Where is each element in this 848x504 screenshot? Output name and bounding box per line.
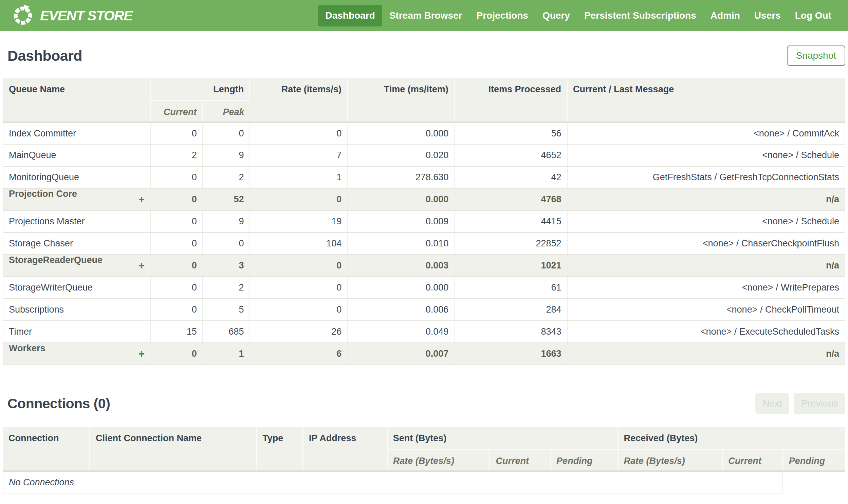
cell-current: 0 (150, 188, 203, 211)
column-header-sent-rate: Rate (Bytes/s) (387, 449, 490, 471)
column-header-length-current: Current (150, 100, 203, 122)
cell-message: <none> / WritePrepares (567, 276, 845, 299)
cell-current: 0 (150, 343, 203, 365)
cell-message: <none> / ExecuteScheduledTasks (567, 321, 845, 343)
column-header-length-peak: Peak (203, 100, 250, 122)
queue-name: MainQueue (9, 150, 56, 160)
cell-rate: 7 (250, 144, 348, 166)
queue-name-cell: Projections Master (3, 211, 150, 233)
queue-name-cell: MonitoringQueue (3, 166, 150, 188)
cell-time: 0.009 (347, 211, 454, 233)
cell-current: 0 (150, 122, 203, 144)
queue-table-header: Queue Name Length Rate (items/s) Time (m… (3, 78, 845, 122)
cell-current: 0 (150, 166, 203, 188)
connections-pager: Next Previous (755, 393, 845, 414)
cell-time: 0.003 (347, 254, 454, 276)
queue-row-mainqueue: MainQueue2970.0204652<none> / Schedule (3, 144, 845, 166)
nav-item-query[interactable]: Query (535, 5, 577, 26)
expand-row-button[interactable]: + (139, 255, 145, 276)
previous-button[interactable]: Previous (794, 393, 845, 414)
cell-message: n/a (567, 254, 845, 276)
cell-rate: 104 (250, 233, 348, 254)
page-header: Dashboard Snapshot (3, 46, 845, 66)
connections-title: Connections (0) (7, 396, 110, 412)
next-button[interactable]: Next (755, 393, 789, 414)
snapshot-button[interactable]: Snapshot (787, 46, 845, 66)
column-header-time: Time (ms/item) (347, 78, 454, 122)
column-header-ip-address: IP Address (303, 427, 387, 471)
column-header-sent-pending: Pending (551, 449, 618, 471)
nav-menu: DashboardStream BrowserProjectionsQueryP… (318, 5, 838, 26)
queue-name: StorageWriterQueue (9, 282, 93, 292)
cell-peak: 9 (203, 144, 250, 166)
nav-item-stream-browser[interactable]: Stream Browser (382, 5, 469, 26)
column-header-client-connection-name: Client Connection Name (90, 427, 257, 471)
brand-name: EVENT STORE (40, 8, 132, 24)
cell-rate: 1 (250, 166, 348, 188)
column-header-received-current: Current (722, 449, 783, 471)
cell-current: 0 (150, 233, 203, 254)
queue-name: Storage Chaser (9, 238, 73, 249)
expand-row-button[interactable]: + (139, 343, 145, 364)
cell-time: 0.000 (347, 188, 454, 211)
column-header-received-pending: Pending (783, 449, 845, 471)
queue-name-cell: StorageReaderQueue+ (3, 254, 150, 276)
page-title: Dashboard (7, 48, 82, 64)
cell-time: 0.000 (347, 276, 454, 299)
queue-name-cell: Index Committer (3, 122, 150, 144)
queue-name-cell: StorageWriterQueue (3, 276, 150, 299)
no-connections-message: No Connections (3, 471, 783, 493)
cell-message: <none> / CheckPollTimeout (567, 299, 845, 321)
cell-items: 284 (454, 299, 567, 321)
cell-current: 0 (150, 254, 203, 276)
column-header-items-processed: Items Processed (454, 78, 567, 122)
queue-name-cell: Storage Chaser (3, 233, 150, 254)
queue-name-cell: Workers+ (3, 343, 150, 365)
event-store-logo-icon (12, 4, 34, 27)
cell-peak: 0 (203, 122, 250, 144)
expand-row-button[interactable]: + (139, 189, 145, 210)
queue-row-storage-chaser: Storage Chaser001040.01022852<none> / Ch… (3, 233, 845, 254)
queue-name: Timer (9, 326, 32, 337)
cell-peak: 2 (203, 276, 250, 299)
connections-header: Connections (0) Next Previous (3, 393, 845, 414)
column-header-rate: Rate (items/s) (250, 78, 348, 122)
queue-name: Workers (9, 343, 46, 353)
queue-name-cell: Subscriptions (3, 299, 150, 321)
cell-items: 22852 (454, 233, 567, 254)
cell-peak: 9 (203, 211, 250, 233)
nav-item-dashboard[interactable]: Dashboard (318, 5, 382, 26)
queue-row-workers: Workers+0160.0071663n/a (3, 343, 845, 365)
cell-items: 61 (454, 276, 567, 299)
cell-peak: 5 (203, 299, 250, 321)
cell-rate: 0 (250, 254, 348, 276)
cell-time: 0.010 (347, 233, 454, 254)
connections-table-header: Connection Client Connection Name Type I… (3, 427, 845, 471)
cell-items: 42 (454, 166, 567, 188)
top-nav: EVENT STORE . DashboardStream BrowserPro… (0, 0, 848, 31)
cell-time: 278.630 (347, 166, 454, 188)
cell-current: 0 (150, 276, 203, 299)
connections-table-body: No Connections (3, 471, 845, 493)
cell-message: GetFreshStats / GetFreshTcpConnectionSta… (567, 166, 845, 188)
no-connections-row: No Connections (3, 471, 845, 493)
queue-row-storagereaderqueue: StorageReaderQueue+0300.0031021n/a (3, 254, 845, 276)
column-header-sent-bytes: Sent (Bytes) (387, 427, 618, 449)
nav-item-users[interactable]: Users (747, 5, 788, 26)
nav-item-projections[interactable]: Projections (469, 5, 535, 26)
cell-peak: 685 (203, 321, 250, 343)
queue-name: StorageReaderQueue (9, 255, 103, 265)
main-content: Dashboard Snapshot Queue Name Length Rat… (0, 46, 848, 493)
nav-item-persistent-subscriptions[interactable]: Persistent Subscriptions (577, 5, 703, 26)
nav-item-log-out[interactable]: Log Out (788, 5, 838, 26)
cell-current: 0 (150, 211, 203, 233)
queue-name-cell: Timer (3, 321, 150, 343)
registered-mark-icon: . (135, 18, 137, 23)
queue-name: MonitoringQueue (9, 172, 79, 182)
cell-items: 4415 (454, 211, 567, 233)
column-header-queue-name: Queue Name (3, 78, 150, 122)
nav-item-admin[interactable]: Admin (703, 5, 747, 26)
queue-name: Index Committer (9, 128, 76, 139)
cell-time: 0.006 (347, 299, 454, 321)
queue-row-index-committer: Index Committer0000.00056<none> / Commit… (3, 122, 845, 144)
